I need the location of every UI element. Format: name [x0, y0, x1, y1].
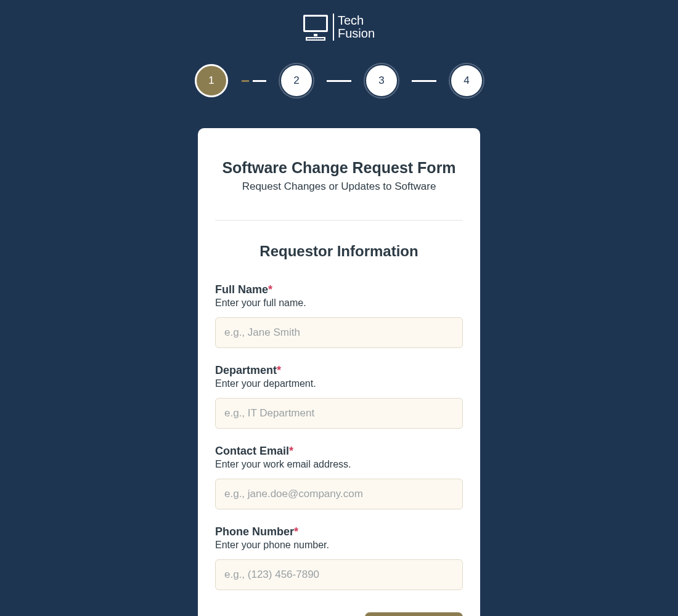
form-actions: Next — [215, 612, 463, 616]
step-1[interactable]: 1 — [195, 64, 228, 97]
form-card: Software Change Request Form Request Cha… — [198, 128, 480, 616]
required-mark: * — [294, 525, 298, 538]
section-heading: Requestor Information — [259, 243, 418, 260]
required-mark: * — [289, 445, 293, 457]
field-department: Department* Enter your department. — [215, 364, 463, 429]
form-subtitle: Request Changes or Updates to Software — [242, 180, 436, 193]
contact-email-label: Contact Email* — [215, 445, 463, 458]
label-text: Contact Email — [215, 445, 289, 457]
progress-stepper: 1 2 3 4 — [195, 64, 483, 97]
department-help: Enter your department. — [215, 378, 463, 389]
field-phone-number: Phone Number* Enter your phone number. — [215, 525, 463, 590]
full-name-input[interactable] — [215, 317, 463, 348]
department-input[interactable] — [215, 398, 463, 429]
brand-line1: Tech — [338, 14, 375, 27]
brand-name: Tech Fusion — [338, 14, 375, 40]
step-connector — [242, 80, 266, 82]
phone-number-help: Enter your phone number. — [215, 540, 463, 551]
field-full-name: Full Name* Enter your full name. — [215, 283, 463, 348]
full-name-help: Enter your full name. — [215, 298, 463, 309]
department-label: Department* — [215, 364, 463, 377]
required-mark: * — [277, 364, 281, 376]
contact-email-help: Enter your work email address. — [215, 459, 463, 470]
step-2[interactable]: 2 — [280, 64, 313, 97]
logo-separator — [333, 14, 334, 41]
next-button[interactable]: Next — [365, 612, 463, 616]
full-name-label: Full Name* — [215, 283, 463, 296]
step-3[interactable]: 3 — [365, 64, 398, 97]
field-contact-email: Contact Email* Enter your work email add… — [215, 445, 463, 509]
step-connector — [327, 80, 351, 82]
contact-email-input[interactable] — [215, 479, 463, 509]
phone-number-input[interactable] — [215, 559, 463, 590]
step-connector — [412, 80, 436, 82]
form-title: Software Change Request Form — [222, 159, 455, 177]
label-text: Department — [215, 364, 277, 376]
brand-line2: Fusion — [338, 27, 375, 40]
label-text: Phone Number — [215, 525, 294, 538]
label-text: Full Name — [215, 283, 268, 296]
required-mark: * — [268, 283, 272, 296]
brand-logo: Tech Fusion — [303, 14, 375, 41]
phone-number-label: Phone Number* — [215, 525, 463, 538]
step-4[interactable]: 4 — [450, 64, 483, 97]
divider — [215, 220, 463, 221]
computer-icon — [303, 15, 329, 39]
